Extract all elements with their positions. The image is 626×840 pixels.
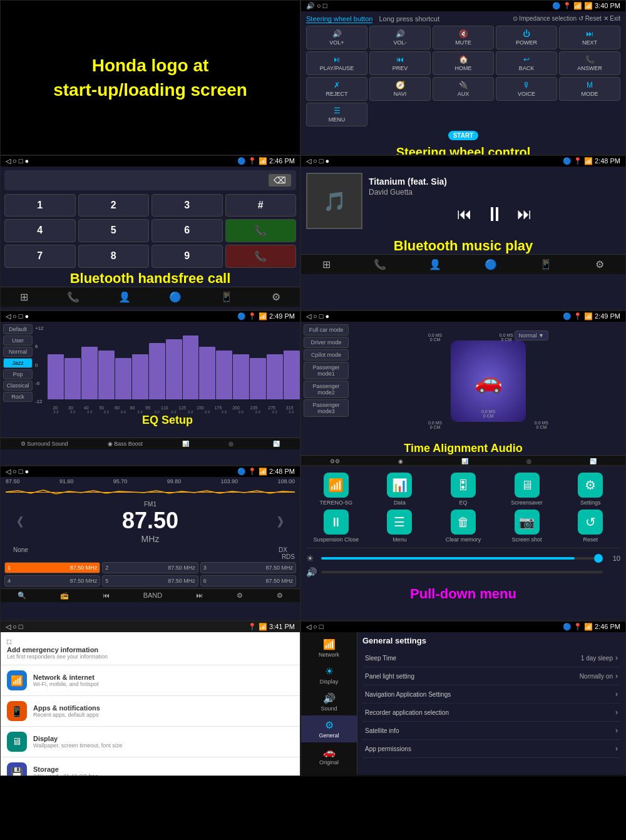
ta-surround-btn[interactable]: ◉ bbox=[398, 458, 403, 464]
sw-btn-power[interactable]: ⏻POWER bbox=[496, 26, 557, 49]
mb-apps[interactable]: ⊞ bbox=[322, 259, 331, 270]
android-item-network[interactable]: 📶 Network & internet Wi-Fi, mobile, and … bbox=[1, 665, 300, 695]
fm-preset-3[interactable]: 387.50 MHz bbox=[200, 562, 296, 573]
eq-preset-normal[interactable]: Normal bbox=[3, 347, 33, 357]
bottom-bt2[interactable]: 📱 bbox=[220, 291, 233, 303]
fm-preset-4[interactable]: 487.50 MHz bbox=[4, 575, 100, 586]
mb-bt2[interactable]: 📱 bbox=[540, 259, 552, 270]
pd-icon-settings[interactable]: ⚙ Settings bbox=[560, 473, 620, 506]
sw-btn-reject[interactable]: ✗REJECT bbox=[306, 77, 367, 101]
sw-btn-aux[interactable]: 🔌AUX bbox=[433, 77, 494, 101]
fm-radio[interactable]: 📻 bbox=[60, 592, 69, 600]
sw-btn-menu[interactable]: ☰MENU bbox=[306, 103, 367, 126]
ta-driver[interactable]: Driver mode bbox=[304, 337, 349, 348]
bottom-bluetooth[interactable]: 🔵 bbox=[169, 291, 182, 303]
dial-7[interactable]: 7 bbox=[4, 245, 76, 268]
sw-btn-vol-minus[interactable]: 🔊VOL- bbox=[369, 26, 431, 49]
sw-tab-steering[interactable]: Steering wheel button bbox=[306, 15, 372, 23]
ta-full-car[interactable]: Full car mode bbox=[304, 324, 349, 335]
ta-signal-btn[interactable]: 📊 bbox=[461, 458, 468, 464]
pd-icon-wifi[interactable]: 📶 TERENO-5G bbox=[306, 473, 366, 506]
ta-passenger1[interactable]: Passenger mode1 bbox=[304, 362, 349, 379]
fm-settings[interactable]: ⚙ bbox=[277, 592, 283, 600]
gs-sidebar-display[interactable]: ☀ Display bbox=[301, 662, 357, 689]
android-item-storage[interactable]: 💾 Storage 34% used - 21.19 GB free bbox=[1, 757, 300, 776]
ta-cpilot[interactable]: Cpilot mode bbox=[304, 349, 349, 361]
sw-btn-home[interactable]: 🏠HOME bbox=[433, 51, 494, 75]
dial-9[interactable]: 9 bbox=[151, 245, 223, 268]
fm-preset-2[interactable]: 287.50 MHz bbox=[102, 562, 198, 573]
dial-call[interactable]: 📞 bbox=[225, 219, 297, 242]
eq-bassboost[interactable]: ◉ Bass Boost bbox=[108, 441, 143, 447]
start-badge[interactable]: START bbox=[448, 131, 479, 140]
eq-preset-default[interactable]: Default bbox=[3, 324, 33, 334]
fm-preset-1[interactable]: 187.50 MHz bbox=[4, 562, 100, 573]
fm-eq[interactable]: ⚙ bbox=[237, 592, 243, 600]
brightness-track[interactable] bbox=[321, 557, 603, 560]
gs-sidebar-reverse[interactable]: ↩ Reverse bbox=[301, 769, 357, 776]
pd-icon-clear[interactable]: 🗑 Clear memory bbox=[433, 510, 493, 543]
bottom-contacts[interactable]: 👤 bbox=[118, 291, 131, 303]
gs-sidebar-network[interactable]: 📶 Network bbox=[301, 635, 357, 662]
backspace-btn[interactable]: ⌫ bbox=[269, 174, 291, 187]
fm-band-btn[interactable]: BAND bbox=[143, 592, 163, 600]
eq-more[interactable]: 📉 bbox=[273, 441, 280, 447]
bottom-settings[interactable]: ⚙ bbox=[272, 291, 280, 303]
dial-2[interactable]: 2 bbox=[78, 194, 150, 217]
fm-prev[interactable]: ⏮ bbox=[103, 592, 110, 600]
android-item-display[interactable]: 🖥 Display Wallpaper, screen timeout, fon… bbox=[1, 727, 300, 757]
eq-preset-pop[interactable]: Pop bbox=[3, 369, 33, 379]
gs-sidebar-general[interactable]: ⚙ General bbox=[301, 715, 357, 742]
pd-icon-reset[interactable]: ↺ Reset bbox=[560, 510, 620, 543]
mb-contacts[interactable]: 👤 bbox=[429, 259, 441, 270]
brightness-thumb[interactable] bbox=[594, 554, 603, 563]
sw-btn-voice[interactable]: 🎙VOICE bbox=[496, 77, 557, 101]
gs-row-permissions[interactable]: App permissions › bbox=[362, 740, 620, 758]
prev-btn[interactable]: ⏮ bbox=[457, 205, 472, 223]
sw-btn-vol-plus[interactable]: 🔊VOL+ bbox=[306, 26, 367, 49]
gs-sidebar-original[interactable]: 🚗 Original bbox=[301, 742, 357, 769]
fm-search[interactable]: 🔍 bbox=[18, 592, 26, 600]
sw-btn-answer[interactable]: 📞ANSWER bbox=[559, 51, 620, 75]
gs-row-panel[interactable]: Panel light setting Normally on › bbox=[362, 667, 620, 685]
fm-prev-arrow[interactable]: 《 bbox=[11, 514, 23, 531]
fm-preset-6[interactable]: 687.50 MHz bbox=[200, 575, 296, 586]
dial-3[interactable]: 3 bbox=[151, 194, 223, 217]
mb-settings[interactable]: ⚙ bbox=[595, 259, 604, 270]
volume-track[interactable] bbox=[321, 571, 603, 573]
gs-row-recorder[interactable]: Recorder application selection › bbox=[362, 704, 620, 722]
pd-icon-menu[interactable]: ☰ Menu bbox=[370, 510, 430, 543]
dial-end[interactable]: 📞 bbox=[225, 245, 297, 268]
android-item-apps[interactable]: 📱 Apps & notifications Recent apps, defa… bbox=[1, 696, 300, 726]
gs-row-nav[interactable]: Navigation Application Settings › bbox=[362, 685, 620, 704]
mb-bluetooth[interactable]: 🔵 bbox=[485, 259, 497, 270]
dial-5[interactable]: 5 bbox=[78, 219, 150, 242]
pd-icon-screenshot[interactable]: 📷 Screen shot bbox=[497, 510, 557, 543]
fm-next-arrow[interactable]: 》 bbox=[277, 514, 290, 531]
sw-btn-prev[interactable]: ⏮PREV bbox=[369, 51, 431, 75]
ta-eq-btn[interactable]: ⚙⚙ bbox=[330, 458, 340, 464]
ta-passenger3[interactable]: Passenger mode3 bbox=[304, 399, 349, 417]
pd-icon-data[interactable]: 📊 Data bbox=[370, 473, 430, 506]
ta-ta-btn[interactable]: ◎ bbox=[526, 458, 531, 464]
pd-icon-suspend[interactable]: ⏸ Suspension Close bbox=[306, 510, 366, 543]
pd-icon-eq[interactable]: 🎛 EQ bbox=[433, 473, 493, 506]
gs-row-satellite[interactable]: Satellite info › bbox=[362, 722, 620, 740]
next-btn[interactable]: ⏭ bbox=[517, 205, 532, 223]
gs-row-sleep[interactable]: Sleep Time 1 day sleep › bbox=[362, 649, 620, 667]
sw-btn-back[interactable]: ↩BACK bbox=[496, 51, 557, 75]
bottom-apps[interactable]: ⊞ bbox=[20, 291, 28, 303]
bottom-phone[interactable]: 📞 bbox=[67, 291, 80, 303]
sw-btn-mode[interactable]: MMODE bbox=[559, 77, 620, 101]
eq-preset-rock[interactable]: Rock bbox=[3, 392, 33, 402]
eq-settings[interactable]: 📊 bbox=[182, 441, 189, 447]
dial-1[interactable]: 1 bbox=[4, 194, 76, 217]
play-btn[interactable]: ⏸ bbox=[485, 203, 505, 226]
eq-surround[interactable]: ⚙ Surround Sound bbox=[21, 441, 68, 447]
dial-8[interactable]: 8 bbox=[78, 245, 150, 268]
ta-more-btn[interactable]: 📉 bbox=[590, 458, 597, 464]
ta-passenger2[interactable]: Passenger mode2 bbox=[304, 381, 349, 398]
mb-phone[interactable]: 📞 bbox=[374, 259, 386, 270]
eq-preset-classical[interactable]: Classical bbox=[3, 381, 33, 391]
ta-normal-dropdown[interactable]: Normal ▼ bbox=[515, 330, 548, 341]
